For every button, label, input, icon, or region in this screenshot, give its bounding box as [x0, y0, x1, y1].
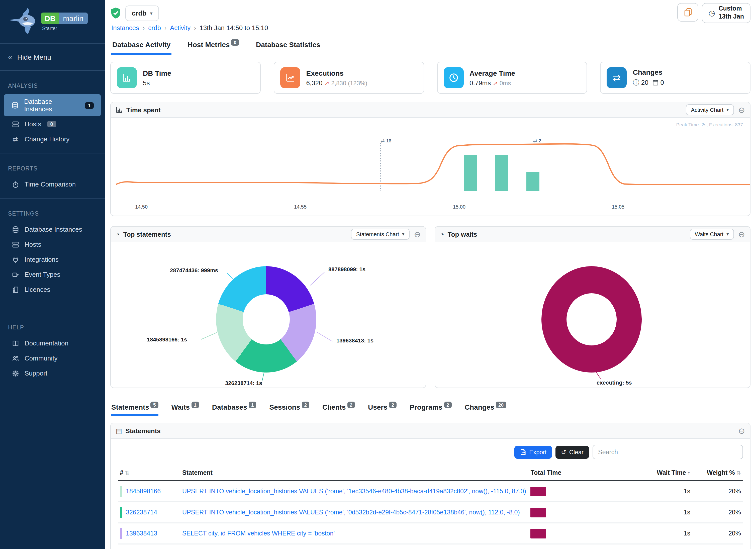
sidebar-item-label: Time Comparison	[25, 180, 76, 188]
sidebar-item-label: Event Types	[25, 271, 60, 278]
kpi-title: Average Time	[469, 69, 515, 77]
statements-donut[interactable]	[216, 266, 316, 373]
tab-programs[interactable]: Programs2	[410, 401, 451, 416]
panel-title: Top statements	[123, 230, 171, 238]
slice-label-887898099: 887898099: 1s	[328, 266, 365, 272]
sidebar-item-label: Hosts	[25, 241, 41, 248]
tab-database-activity[interactable]: Database Activity	[111, 37, 171, 55]
waits-chart-dropdown[interactable]: Waits Chart▾	[690, 229, 734, 240]
waits-donut-chart[interactable]: executing: 5s	[435, 242, 750, 388]
tab-waits[interactable]: Waits1	[171, 401, 199, 416]
statement-id-link[interactable]: 1845898166	[126, 488, 161, 495]
slice-label-326238714: 326238714: 1s	[225, 380, 262, 386]
tab-badge: 0	[231, 39, 239, 46]
column-total-time[interactable]: Total Time	[529, 465, 614, 481]
tab-badge: 2	[302, 402, 309, 408]
instance-selector[interactable]: crdb ▾	[125, 5, 159, 21]
time-spent-chart[interactable]: Peak Time: 2s, Executions: 837 ⇄ 16	[111, 118, 750, 216]
tab-users[interactable]: Users2	[368, 401, 397, 416]
statement-sql-link[interactable]: SELECT city, id FROM vehicles WHERE city…	[182, 530, 335, 537]
hide-menu-button[interactable]: « Hide Menu	[0, 44, 105, 70]
sidebar-item-settings-database-instances[interactable]: Database Instances	[4, 222, 101, 237]
breadcrumb: Instances › crdb › Activity › 13th Jan 1…	[110, 22, 750, 37]
sidebar-item-database-instances[interactable]: Database Instances 1	[4, 94, 101, 116]
sidebar-item-integrations[interactable]: Integrations	[4, 252, 101, 267]
waits-donut[interactable]	[541, 266, 642, 373]
copy-link-button[interactable]	[677, 3, 698, 22]
logo-marlin-badge: marlin	[59, 13, 87, 24]
column-statement[interactable]: Statement	[180, 465, 529, 481]
sidebar-item-community[interactable]: Community	[4, 351, 101, 365]
dbmarlin-app: DBmarlin Starter « Hide Menu ANALYSIS Da…	[0, 0, 756, 549]
column-wait-time[interactable]: Wait Time↑	[613, 465, 692, 481]
breadcrumb-activity[interactable]: Activity	[170, 24, 191, 32]
clear-button[interactable]: ↺ Clear	[556, 445, 589, 459]
clock-icon: ◷	[708, 9, 715, 18]
tab-host-metrics[interactable]: Host Metrics0	[186, 37, 240, 55]
trend-up-icon: ↗	[324, 79, 329, 86]
statement-id-link[interactable]: 139638413	[126, 530, 157, 537]
tab-changes[interactable]: Changes20	[465, 401, 506, 416]
kpi-info-count: 20	[641, 79, 648, 86]
sidebar-item-event-types[interactable]: Event Types	[4, 267, 101, 282]
x-tick: 15:00	[453, 204, 465, 210]
tab-statements[interactable]: Statements5	[111, 401, 158, 416]
sidebar-item-label: Support	[25, 370, 47, 377]
statement-color-chip	[120, 507, 122, 518]
time-spent-panel: Time spent Activity Chart▾ ⊖ Peak Time: …	[110, 102, 750, 216]
sidebar-item-time-comparison[interactable]: Time Comparison	[4, 177, 101, 192]
statements-table-panel: ▤ Statements ⊖ Export ↺ Clear	[110, 423, 750, 549]
column-id[interactable]: #⇅	[118, 465, 180, 481]
instance-name: crdb	[132, 9, 147, 17]
logo[interactable]: DBmarlin Starter	[0, 0, 105, 43]
x-tick: 14:50	[135, 204, 148, 210]
collapse-panel-icon[interactable]: ⊖	[738, 105, 745, 115]
section-title: ANALYSIS	[0, 76, 105, 94]
time-range-button[interactable]: ◷ Custom 13th Jan	[702, 3, 750, 23]
statements-chart-dropdown[interactable]: Statements Chart▾	[351, 229, 409, 240]
sidebar-item-change-history[interactable]: ⇄ Change History	[4, 132, 101, 146]
kpi-value: 5s	[143, 79, 171, 86]
collapse-panel-icon[interactable]: ⊖	[414, 229, 421, 239]
collapse-panel-icon[interactable]: ⊖	[738, 426, 745, 435]
tab-sessions[interactable]: Sessions2	[269, 401, 309, 416]
column-weight[interactable]: Weight %⇅	[692, 465, 743, 481]
sidebar-item-documentation[interactable]: Documentation	[4, 336, 101, 350]
search-input[interactable]	[593, 445, 743, 459]
breadcrumb-separator: ›	[164, 24, 166, 31]
weight-value: 20%	[692, 523, 743, 544]
statements-donut-chart[interactable]: 887898099: 1s 139638413: 1s 326238714: 1…	[111, 242, 426, 388]
sidebar-section-help: HELP Documentation Community Support	[0, 312, 105, 387]
activity-chart-dropdown[interactable]: Activity Chart▾	[686, 104, 734, 115]
breadcrumb-instances[interactable]: Instances	[111, 24, 139, 32]
sidebar-item-licences[interactable]: Licences	[4, 282, 101, 297]
trend-up-icon: ↗	[493, 79, 498, 86]
sidebar-item-label: Hosts	[25, 120, 41, 128]
tab-database-statistics[interactable]: Database Statistics	[255, 37, 321, 55]
tab-label: Database Activity	[112, 41, 170, 49]
export-button[interactable]: Export	[514, 445, 552, 459]
statement-id-link[interactable]: 326238714	[126, 509, 157, 516]
table-row: 139638413 SELECT city, id FROM vehicles …	[118, 523, 743, 544]
weight-value: 20%	[692, 481, 743, 502]
kpi-db-time: DB Time 5s	[110, 62, 261, 94]
change-marker[interactable]: ⇄ 2	[533, 138, 541, 143]
breadcrumb-crdb[interactable]: crdb	[148, 24, 161, 32]
table-row: 887898099 CREATE STATISTICS __auto__ FRO…	[118, 544, 743, 549]
sidebar-item-hosts[interactable]: Hosts 0	[4, 117, 101, 131]
line-chart-icon	[280, 67, 300, 88]
kpi-value: 6,320	[306, 79, 323, 86]
logo-db-badge: DB	[41, 13, 59, 24]
change-event-icon: ⇄	[381, 138, 385, 143]
statement-sql-link[interactable]: UPSERT INTO vehicle_location_histories V…	[182, 509, 520, 516]
collapse-panel-icon[interactable]: ⊖	[738, 229, 745, 239]
section-title: REPORTS	[0, 158, 105, 176]
sort-icon: ⇅	[736, 470, 741, 476]
sidebar-item-settings-hosts[interactable]: Hosts	[4, 237, 101, 252]
tab-databases[interactable]: Databases1	[212, 401, 256, 416]
statement-sql-link[interactable]: UPSERT INTO vehicle_location_histories V…	[182, 488, 526, 495]
tab-badge: 1	[249, 402, 256, 408]
tab-clients[interactable]: Clients2	[322, 401, 355, 416]
change-marker[interactable]: ⇄ 16	[381, 138, 391, 143]
sidebar-item-support[interactable]: Support	[4, 366, 101, 381]
